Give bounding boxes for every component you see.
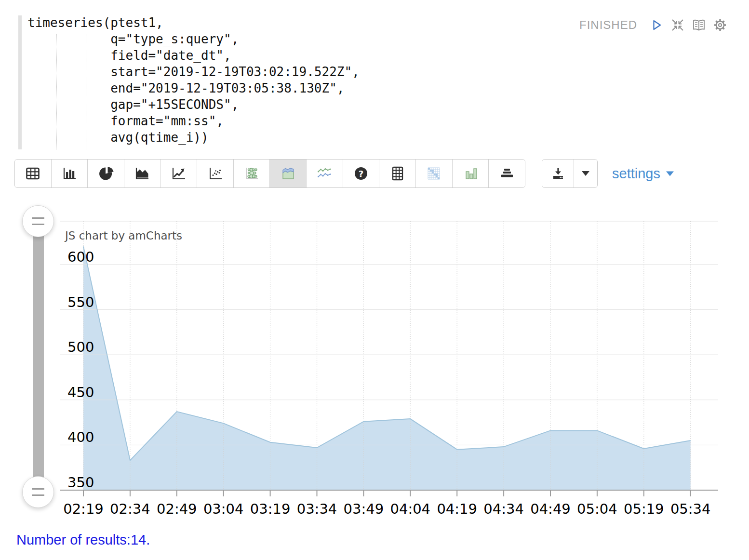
viz-button-column-chart[interactable] [453, 160, 489, 187]
svg-text:450: 450 [67, 384, 94, 400]
viz-button-pie-chart[interactable] [88, 160, 124, 187]
svg-text:400: 400 [67, 429, 94, 445]
svg-text:?: ? [359, 169, 363, 179]
svg-text:350: 350 [67, 474, 94, 491]
grip-icon [32, 217, 44, 225]
bar-chart-icon [61, 165, 78, 182]
download-icon [551, 166, 565, 181]
svg-text:550: 550 [67, 294, 94, 310]
help-icon: ? [353, 165, 369, 182]
viz-button-help[interactable]: ? [343, 160, 380, 187]
svg-text:03:04: 03:04 [203, 501, 244, 517]
value-axis-scrollbar [33, 221, 44, 492]
code-editor[interactable]: timeseries(ptest1, q="type_s:query", fie… [14, 13, 735, 152]
scrollbar-bottom-handle[interactable] [22, 476, 54, 508]
caret-down-icon [580, 170, 591, 177]
scrollbar-top-handle[interactable] [22, 205, 54, 237]
pie-chart-icon [98, 165, 114, 182]
multi-line-chart-icon [316, 165, 333, 182]
gear-icon[interactable] [713, 18, 727, 32]
funnel-icon [499, 165, 515, 182]
viz-button-bubble-chart[interactable] [234, 160, 270, 187]
svg-text:02:49: 02:49 [157, 501, 197, 517]
settings-caret-icon [666, 171, 674, 177]
svg-text:05:04: 05:04 [577, 501, 617, 517]
visualization-toolbar-row: ? [14, 159, 735, 189]
line-chart-icon [171, 165, 187, 182]
settings-toggle[interactable]: settings [612, 159, 674, 188]
stacked-area-chart-icon [280, 165, 296, 182]
viz-button-stacked-area-chart[interactable] [270, 160, 307, 187]
svg-text:04:19: 04:19 [437, 501, 477, 517]
zeppelin-paragraph: timeseries(ptest1, q="type_s:query", fie… [0, 0, 749, 560]
viz-button-area-chart[interactable] [124, 160, 161, 187]
svg-text:04:04: 04:04 [390, 501, 431, 517]
svg-text:500: 500 [67, 339, 94, 355]
editor-gutter [18, 15, 22, 149]
download-options-button[interactable] [574, 160, 597, 187]
status-badge: FINISHED [579, 18, 637, 32]
results-count: Number of results:14. [16, 532, 150, 548]
viz-button-line-chart[interactable] [161, 160, 198, 187]
svg-text:03:34: 03:34 [297, 501, 337, 517]
code-content[interactable]: timeseries(ptest1, q="type_s:query", fie… [27, 14, 360, 146]
chart-panel: 35040045050055060002:1902:3402:4903:0403… [0, 207, 749, 528]
svg-text:03:19: 03:19 [250, 501, 291, 517]
svg-text:02:19: 02:19 [63, 501, 104, 517]
collapse-icon[interactable] [671, 18, 684, 32]
svg-text:05:19: 05:19 [624, 501, 664, 517]
viz-button-diagonal-matrix[interactable] [416, 160, 453, 187]
timeseries-area-chart[interactable]: 35040045050055060002:1902:3402:4903:0403… [53, 212, 737, 524]
viz-button-multi-line-chart[interactable] [307, 160, 343, 187]
scatter-plot-icon [207, 165, 224, 182]
svg-text:04:34: 04:34 [483, 501, 524, 517]
export-button-group [542, 159, 598, 188]
viz-button-scatter-plot[interactable] [197, 160, 234, 187]
book-icon[interactable] [692, 18, 706, 32]
svg-text:04:49: 04:49 [530, 501, 571, 517]
pivot-table-icon [389, 165, 406, 182]
viz-button-funnel[interactable] [489, 160, 525, 187]
run-icon[interactable] [650, 18, 663, 32]
svg-text:05:34: 05:34 [670, 501, 711, 517]
bubble-chart-icon [243, 165, 260, 182]
viz-button-table[interactable] [15, 160, 52, 187]
settings-label: settings [612, 166, 660, 182]
paragraph-controls: FINISHED [579, 18, 727, 32]
download-button[interactable] [542, 160, 574, 187]
grip-icon [32, 488, 44, 496]
area-chart-icon [134, 165, 150, 182]
viz-button-pivot-table[interactable] [379, 160, 416, 187]
viz-button-bar-chart[interactable] [52, 160, 88, 187]
svg-text:03:49: 03:49 [344, 501, 384, 517]
svg-text:02:34: 02:34 [110, 501, 150, 517]
table-icon [25, 165, 41, 182]
visualization-toolbar: ? [14, 159, 525, 188]
svg-text:600: 600 [67, 249, 94, 265]
diagonal-matrix-icon [426, 165, 442, 182]
svg-text:JS chart by amCharts: JS chart by amCharts [64, 229, 182, 242]
column-chart-icon [462, 165, 479, 182]
